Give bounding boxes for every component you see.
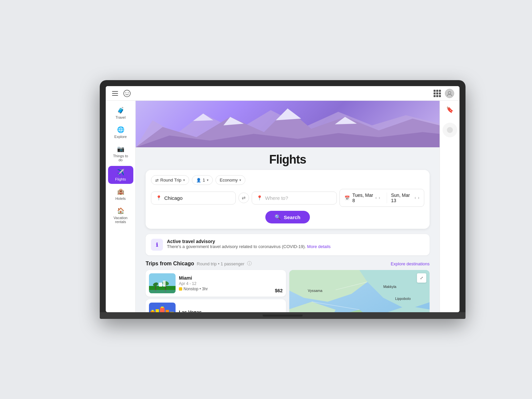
explore-destinations-link[interactable]: Explore destinations <box>391 261 430 266</box>
sidebar-item-explore[interactable]: 🌐 Explore <box>108 123 133 141</box>
calendar-icon: 📅 <box>344 196 350 200</box>
lasvegas-card-info: Las Vegas <box>179 310 283 312</box>
origin-pin-icon: 📍 <box>156 195 162 200</box>
sidebar-item-hotels[interactable]: 🏨 Hotels <box>108 185 133 203</box>
svg-rect-26 <box>156 309 159 312</box>
svg-rect-31 <box>161 307 164 308</box>
depart-date-nav: Tues, Mar 8 ‹ › <box>352 193 380 203</box>
laptop-screen: 🧳 Travel 🌐 Explore 📷 Things to do ✈️ Fli… <box>106 86 460 312</box>
cabin-chevron: ▾ <box>239 178 241 182</box>
miami-price: $62 <box>275 288 283 293</box>
content-area: Flights ⇄ Round Trip ▾ 👤 1 ▾ <box>136 101 440 312</box>
user-avatar[interactable] <box>445 89 454 98</box>
svg-point-47 <box>447 127 453 133</box>
sidebar-item-flights[interactable]: ✈️ Flights <box>108 166 133 184</box>
passengers-dropdown[interactable]: 👤 1 ▾ <box>192 175 213 185</box>
depart-date-text: Tues, Mar 8 <box>352 193 373 203</box>
passengers-chevron: ▾ <box>207 178 208 182</box>
return-date-text: Sun, Mar 13 <box>391 193 413 203</box>
page-title-section: Flights <box>136 147 440 170</box>
depart-next-arrow[interactable]: › <box>379 196 380 200</box>
depart-prev-arrow[interactable]: ‹ <box>375 196 377 200</box>
bookmark-icon[interactable]: 🔖 <box>446 106 454 113</box>
destination-field[interactable]: 📍 Where to? <box>252 192 336 204</box>
sidebar: 🧳 Travel 🌐 Explore 📷 Things to do ✈️ Fli… <box>106 101 136 312</box>
trips-section-title: Trips from Chicago <box>146 261 194 267</box>
search-fields-row: 📍 Chicago ⇄ 📍 Where to? 📅 Tues, Mar 8 <box>151 189 424 207</box>
top-bar-right <box>434 89 454 98</box>
trips-title-row: Trips from Chicago Round trip • 1 passen… <box>146 261 252 267</box>
advisory-more-details-link[interactable]: More details <box>307 244 331 249</box>
smiley-icon[interactable] <box>123 89 131 97</box>
cabin-label: Economy <box>220 178 238 183</box>
sidebar-item-travel[interactable]: 🧳 Travel <box>108 104 133 122</box>
travel-icon: 🧳 <box>117 107 124 114</box>
trips-grid: Miami Apr 4 - 12 Nonstop • 3hr $62 <box>146 270 430 312</box>
depart-date-field[interactable]: 📅 Tues, Mar 8 ‹ › Sun, Mar 13 ‹ › <box>339 189 424 207</box>
laptop-frame: 🧳 Travel 🌐 Explore 📷 Things to do ✈️ Fli… <box>100 80 466 319</box>
top-bar-left <box>111 89 131 97</box>
svg-rect-2 <box>112 95 118 96</box>
advisory-icon-wrap: ℹ <box>151 239 163 251</box>
trip-card-miami[interactable]: Miami Apr 4 - 12 Nonstop • 3hr $62 <box>146 270 286 297</box>
vacation-icon: 🏠 <box>117 207 124 214</box>
trip-cards-column: Miami Apr 4 - 12 Nonstop • 3hr $62 <box>146 270 286 312</box>
advisory-info-icon: ℹ <box>156 242 158 248</box>
sidebar-item-things-to-do[interactable]: 📷 Things to do <box>108 143 133 165</box>
svg-rect-28 <box>166 310 169 312</box>
swap-button[interactable]: ⇄ <box>238 193 249 203</box>
svg-point-6 <box>448 91 451 94</box>
lasvegas-card-image <box>149 303 176 312</box>
hamburger-icon[interactable] <box>111 89 119 97</box>
destination-pin-icon: 📍 <box>257 195 262 200</box>
nonstop-badge-miami <box>179 287 182 291</box>
sidebar-label-flights: Flights <box>115 177 126 181</box>
sidebar-item-vacation[interactable]: 🏠 Vacation rentals <box>108 204 133 226</box>
search-button-label: Search <box>284 214 300 220</box>
advisory-banner: ℹ Active travel advisory There's a gover… <box>146 234 430 255</box>
trip-type-chevron: ▾ <box>183 178 185 182</box>
cabin-dropdown[interactable]: Economy ▾ <box>215 175 245 185</box>
search-magnifier-icon: 🔍 <box>275 214 281 220</box>
hotels-icon: 🏨 <box>117 188 124 195</box>
svg-rect-0 <box>112 91 118 92</box>
origin-field[interactable]: 📍 Chicago <box>151 192 236 204</box>
svg-point-4 <box>125 92 126 93</box>
return-next-arrow[interactable]: › <box>418 196 419 200</box>
flights-icon: ✈️ <box>117 169 124 176</box>
search-button[interactable]: 🔍 Search <box>265 211 310 223</box>
passengers-label: 1 <box>203 178 205 183</box>
miami-city-name: Miami <box>179 275 272 281</box>
trip-card-lasvegas[interactable]: Las Vegas <box>146 299 286 312</box>
sidebar-label-explore: Explore <box>114 135 127 139</box>
page-title: Flights <box>136 153 440 167</box>
scroll-hint <box>443 123 457 137</box>
laptop-bottom-bar <box>100 312 466 319</box>
advisory-content: Active travel advisory There's a governm… <box>167 239 331 249</box>
trips-subtitle: Round trip • 1 passenger <box>197 261 244 266</box>
trip-type-dropdown[interactable]: ⇄ Round Trip ▾ <box>151 175 189 185</box>
sidebar-label-vacation: Vacation rentals <box>112 216 129 224</box>
hero-banner <box>136 101 440 147</box>
main-layout: 🧳 Travel 🌐 Explore 📷 Things to do ✈️ Fli… <box>106 101 460 312</box>
search-container: ⇄ Round Trip ▾ 👤 1 ▾ Economy ▾ <box>146 170 430 229</box>
miami-card-info: Miami Apr 4 - 12 Nonstop • 3hr <box>179 275 272 291</box>
miami-dates: Apr 4 - 12 <box>179 281 272 286</box>
grid-icon[interactable] <box>434 90 441 97</box>
svg-point-3 <box>124 90 130 97</box>
svg-marker-10 <box>276 108 301 120</box>
map-card[interactable]: ⤢ <box>289 270 430 312</box>
svg-text:Vyssama: Vyssama <box>308 289 323 293</box>
return-prev-arrow[interactable]: ‹ <box>415 196 416 200</box>
svg-text:Makkyla: Makkyla <box>383 285 396 289</box>
svg-rect-21 <box>163 281 166 287</box>
trip-type-label: Round Trip <box>160 178 182 183</box>
expand-icon: ⤢ <box>420 276 423 280</box>
svg-rect-22 <box>149 290 176 293</box>
svg-rect-30 <box>152 310 154 311</box>
svg-text:Lippobolo: Lippobolo <box>395 297 411 301</box>
map-expand-button[interactable]: ⤢ <box>417 273 426 283</box>
explore-icon: 🌐 <box>117 126 124 133</box>
trips-info-icon[interactable]: ⓘ <box>247 261 252 267</box>
trips-section: Trips from Chicago Round trip • 1 passen… <box>146 261 430 312</box>
